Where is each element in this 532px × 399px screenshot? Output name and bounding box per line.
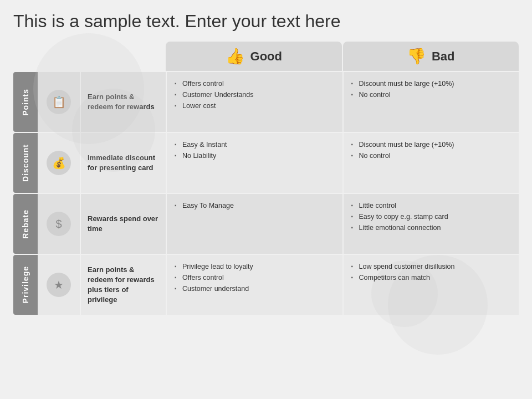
table-row-privilege: Privilege★Earn points & redeem for rewar… — [13, 255, 519, 315]
thumbup-icon: 👍 — [226, 47, 245, 65]
row-label-privilege: Privilege — [21, 266, 30, 303]
good-cell-privilege: Privilege lead to loyaltyOffers controlC… — [166, 255, 342, 315]
good-header: 👍 Good — [166, 42, 342, 71]
row-label-discount: Discount — [21, 144, 30, 182]
bad-cell-rebate: Little controlEasy to copy e.g. stamp ca… — [342, 194, 519, 254]
list-item: Customer understand — [175, 284, 335, 294]
row-icon-privilege: ★ — [47, 273, 71, 297]
table-container: 👍 Good 👎 Bad Points📋Earn points & redeem… — [13, 42, 519, 315]
row-icon-col-discount: 💰 — [38, 133, 80, 193]
row-icon-rebate: $ — [47, 212, 71, 236]
table-row-discount: Discount💰Immediate discount for presenti… — [13, 133, 519, 193]
bad-cell-points: Discount must be large (+10%)No control — [342, 72, 519, 132]
list-item: Offers control — [175, 273, 335, 283]
row-band-privilege: Privilege — [13, 255, 38, 315]
bad-header: 👎 Bad — [343, 42, 519, 71]
list-item: Customer Understands — [175, 90, 335, 100]
list-item: Little control — [351, 201, 511, 211]
bad-cell-discount: Discount must be large (+10%)No control — [342, 133, 519, 193]
row-label-rebate: Rebate — [21, 209, 30, 239]
row-icon-discount: 💰 — [47, 151, 71, 175]
list-item: No control — [351, 90, 511, 100]
list-item: Competitors can match — [351, 273, 511, 283]
row-label-col-rebate: Rebate$ — [13, 194, 80, 254]
table-row-points: Points📋Earn points & redeem for rewardsO… — [13, 72, 519, 132]
desc-cell-privilege: Earn points & redeem for rewards plus ti… — [80, 255, 166, 315]
desc-cell-rebate: Rewards spend over time — [80, 194, 166, 254]
desc-text-discount: Immediate discount for presenting card — [88, 153, 159, 173]
list-item: Privilege lead to loyalty — [175, 262, 335, 272]
desc-cell-discount: Immediate discount for presenting card — [80, 133, 166, 193]
page-wrapper: This is a sample text. Enter your text h… — [0, 0, 532, 399]
list-item: Low spend customer disillusion — [351, 262, 511, 272]
list-item: Easy To Manage — [175, 201, 335, 211]
row-icon-col-privilege: ★ — [38, 255, 80, 315]
list-item: Little emotional connection — [351, 223, 511, 233]
list-item: Discount must be large (+10%) — [351, 79, 511, 89]
list-item: Offers control — [175, 79, 335, 89]
row-label-col-discount: Discount💰 — [13, 133, 80, 193]
thumbdown-icon: 👎 — [407, 47, 426, 65]
row-label-points: Points — [21, 89, 30, 116]
row-label-col-points: Points📋 — [13, 72, 80, 132]
list-item: Lower cost — [175, 101, 335, 111]
good-label: Good — [250, 49, 282, 64]
row-band-rebate: Rebate — [13, 194, 38, 254]
list-item: Easy & Instant — [175, 140, 335, 150]
desc-text-rebate: Rewards spend over time — [88, 214, 159, 234]
list-item: No control — [351, 151, 511, 161]
row-band-points: Points — [13, 72, 38, 132]
page-title: This is a sample text. Enter your text h… — [13, 11, 519, 32]
list-item: No Liability — [175, 151, 335, 161]
bad-cell-privilege: Low spend customer disillusionCompetitor… — [342, 255, 519, 315]
desc-text-points: Earn points & redeem for rewards — [88, 92, 159, 112]
row-label-col-privilege: Privilege★ — [13, 255, 80, 315]
bad-label: Bad — [432, 49, 455, 64]
good-cell-points: Offers controlCustomer UnderstandsLower … — [166, 72, 342, 132]
header-row: 👍 Good 👎 Bad — [80, 42, 519, 71]
desc-text-privilege: Earn points & redeem for rewards plus ti… — [88, 265, 159, 305]
row-icon-points: 📋 — [47, 90, 71, 114]
list-item: Discount must be large (+10%) — [351, 140, 511, 150]
table-row-rebate: Rebate$Rewards spend over timeEasy To Ma… — [13, 194, 519, 254]
desc-cell-points: Earn points & redeem for rewards — [80, 72, 166, 132]
good-cell-discount: Easy & InstantNo Liability — [166, 133, 342, 193]
row-icon-col-points: 📋 — [38, 72, 80, 132]
row-band-discount: Discount — [13, 133, 38, 193]
good-cell-rebate: Easy To Manage — [166, 194, 342, 254]
data-rows: Points📋Earn points & redeem for rewardsO… — [13, 72, 519, 315]
list-item: Easy to copy e.g. stamp card — [351, 212, 511, 222]
row-icon-col-rebate: $ — [38, 194, 80, 254]
